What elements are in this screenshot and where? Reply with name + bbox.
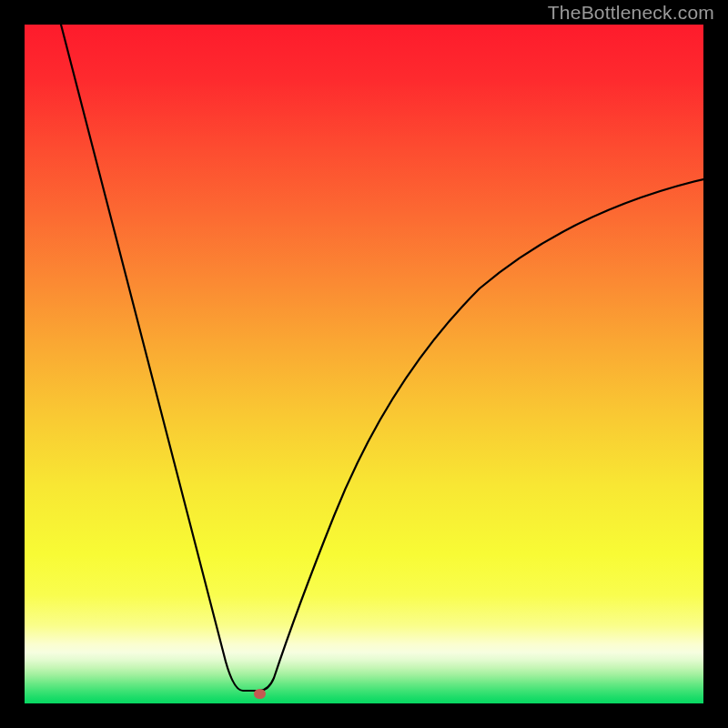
svg-rect-0 (25, 25, 703, 703)
chart-marker-dot (254, 689, 266, 699)
chart-frame (25, 25, 703, 703)
watermark-text: TheBottleneck.com (548, 2, 714, 24)
chart-background-gradient (25, 25, 703, 703)
